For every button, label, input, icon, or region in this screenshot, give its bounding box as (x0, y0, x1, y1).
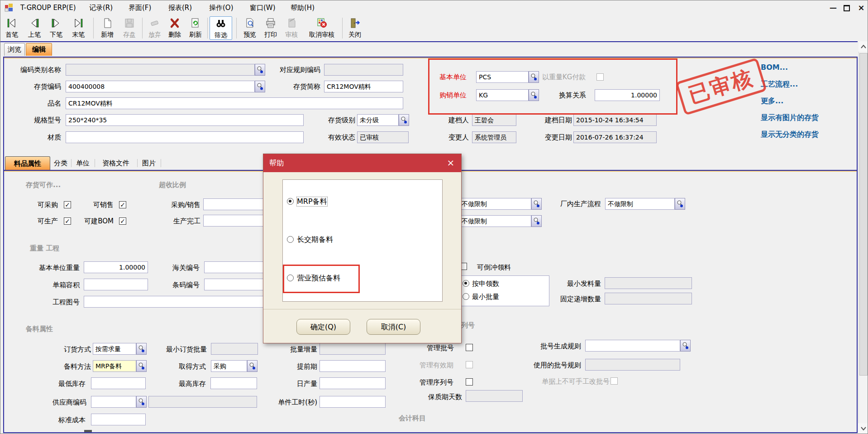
std-cost-field[interactable] (91, 414, 146, 425)
supplier-code-lookup-button[interactable] (136, 396, 147, 408)
toolbar-print[interactable]: 打印 (260, 16, 281, 40)
dialog-close-icon[interactable]: × (445, 157, 457, 169)
manage-batch-checkbox[interactable] (466, 344, 473, 351)
producible-checkbox[interactable] (64, 217, 71, 225)
batch-rule-field[interactable] (585, 340, 680, 352)
toolbar-cancel-audit[interactable]: 取消审核 (303, 16, 341, 40)
prep-method-field[interactable]: MRP备料 (93, 360, 136, 372)
link-show-with-pictures[interactable]: 显示有图片的存货 (761, 113, 819, 123)
toolbar-preview[interactable]: 预览 (239, 16, 260, 40)
fixed-increment-field[interactable] (605, 293, 692, 304)
order-mode-lookup-button[interactable] (136, 343, 147, 355)
window-restore-button[interactable] (842, 3, 851, 12)
material-field[interactable] (66, 131, 304, 143)
business-forecast-prep-radio[interactable] (287, 275, 294, 281)
subtab-item-attributes[interactable]: 料品属性 (5, 156, 50, 170)
dialog-cancel-button[interactable]: 取消(C) (367, 319, 420, 335)
box-volume-field[interactable] (84, 279, 148, 290)
order-mode-field[interactable]: 按需求量 (93, 343, 136, 355)
factory-flow-field[interactable]: 不做限制 (605, 198, 675, 210)
link-process-flow[interactable]: 工艺流程... (761, 80, 798, 89)
menu-tgroup-erp[interactable]: T-GROUP ERP(E) (20, 3, 76, 13)
scroll-down-button[interactable] (858, 423, 868, 434)
mrp-prep-radio[interactable] (287, 198, 294, 205)
conversion-field[interactable]: 1.00000 (595, 89, 660, 101)
menu-interface[interactable]: 界面(F) (129, 3, 151, 13)
acquire-mode-field[interactable]: 采购 (211, 360, 247, 372)
rule-code-field[interactable] (324, 64, 403, 76)
toolbar-next-record[interactable]: 下笔 (46, 16, 67, 40)
menu-record[interactable]: 记录(R) (89, 3, 113, 13)
base-unit-field[interactable]: PCS (476, 71, 529, 83)
shelf-days-field[interactable] (466, 390, 523, 402)
trade-unit-lookup-button[interactable] (529, 89, 539, 101)
dialog-ok-button[interactable]: 确定(Q) (296, 319, 350, 335)
can-build-bom-checkbox[interactable] (119, 217, 126, 225)
prep-method-lookup-button[interactable] (136, 360, 147, 372)
toolbar-filter[interactable]: 筛选 (210, 16, 232, 40)
lead-time-field[interactable] (320, 360, 386, 372)
subtab-qualification-files[interactable]: 资格文件 (96, 156, 135, 170)
unit-work-time-field[interactable] (320, 396, 386, 408)
by-request-radio[interactable] (463, 280, 469, 287)
min-order-batch-field[interactable] (211, 343, 258, 355)
inventory-level-field[interactable]: 未分级 (357, 114, 399, 126)
scroll-up-button[interactable] (858, 41, 868, 52)
business-forecast-prep-option-label[interactable]: 营业预估备料 (297, 274, 340, 283)
link-more[interactable]: 更多... (761, 96, 783, 106)
inventory-level-lookup-button[interactable] (399, 114, 409, 126)
base-unit-lookup-button[interactable] (529, 71, 539, 83)
base-unit-weight-field[interactable]: 1.00000 (84, 261, 148, 273)
restriction-1-lookup-button[interactable] (531, 198, 542, 210)
tab-browse[interactable]: 浏览 (4, 43, 25, 56)
toolbar-new[interactable]: 新增 (96, 16, 118, 40)
inventory-code-field[interactable]: 400400008 (66, 81, 255, 92)
trade-unit-field[interactable]: KG (476, 89, 529, 101)
min-issue-field[interactable] (605, 277, 692, 289)
manage-serial-checkbox[interactable] (466, 378, 473, 386)
restriction-field-2[interactable]: 不做限制 (459, 215, 531, 227)
menu-window[interactable]: 窗口(W) (250, 3, 276, 13)
min-stock-field[interactable] (91, 377, 146, 389)
purchasable-checkbox[interactable] (64, 201, 71, 208)
mrp-prep-option-label[interactable]: MRP备料 (297, 197, 327, 206)
batch-increment-field[interactable] (320, 343, 386, 355)
link-bom[interactable]: BOM... (761, 63, 788, 72)
batch-rule-lookup-button[interactable] (680, 340, 691, 352)
scrollbar-thumb[interactable] (859, 53, 868, 376)
acquire-mode-lookup-button[interactable] (247, 360, 258, 372)
supplier-code-field[interactable] (91, 396, 136, 408)
link-show-unclassified[interactable]: 显示无分类的存货 (761, 130, 819, 140)
menu-report[interactable]: 报表(R) (168, 3, 192, 13)
inventory-code-lookup-button[interactable] (255, 81, 265, 92)
spec-model-field[interactable]: 250*240*35 (66, 114, 304, 126)
tab-edit[interactable]: 编辑 (26, 43, 52, 56)
max-stock-field[interactable] (210, 377, 257, 389)
restriction-field-1[interactable]: 不做限制 (459, 198, 531, 210)
code-category-lookup-button[interactable] (255, 64, 265, 76)
toolbar-first-record[interactable]: 首笔 (1, 16, 22, 40)
toolbar-refresh[interactable]: 刷新 (185, 16, 206, 40)
toolbar-last-record[interactable]: 末笔 (67, 16, 89, 40)
code-category-field[interactable] (66, 64, 255, 76)
menu-help[interactable]: 帮助(H) (291, 3, 315, 13)
daily-output-field[interactable] (320, 377, 386, 389)
window-close-button[interactable]: × (857, 3, 866, 12)
toolbar-delete[interactable]: 删除 (164, 16, 185, 40)
subtab-units[interactable]: 单位 (73, 156, 93, 170)
factory-flow-lookup-button[interactable] (675, 198, 685, 210)
subtab-pictures[interactable]: 图片 (139, 156, 159, 170)
long-lead-prep-radio[interactable] (287, 236, 294, 243)
restriction-2-lookup-button[interactable] (531, 215, 542, 227)
sellable-checkbox[interactable] (119, 201, 126, 208)
min-batch-radio[interactable] (463, 293, 469, 300)
window-minimize-button[interactable]: — (829, 3, 838, 12)
toolbar-prev-record[interactable]: 上笔 (24, 16, 45, 40)
toolbar-close[interactable]: 关闭 (344, 16, 365, 40)
long-lead-prep-option-label[interactable]: 长交期备料 (297, 235, 333, 244)
subtab-classification[interactable]: 分类 (52, 156, 70, 170)
menu-operation[interactable]: 操作(O) (209, 3, 234, 13)
help-dialog-titlebar[interactable]: 帮助 (263, 154, 461, 172)
product-name-field[interactable]: CR12MOV精料 (66, 97, 403, 109)
inventory-abbr-field[interactable]: CR12MOV精料 (324, 81, 403, 92)
